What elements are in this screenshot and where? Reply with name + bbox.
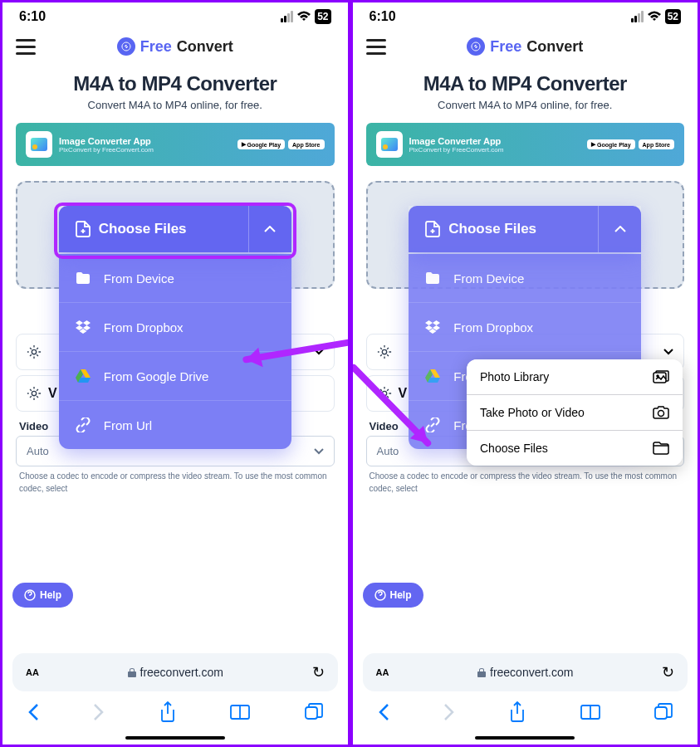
folder-icon — [425, 271, 440, 286]
choose-files-button-group: Choose Files — [59, 206, 291, 252]
settings-label: V — [399, 386, 408, 401]
help-icon — [24, 589, 36, 601]
upload-dropzone[interactable]: Choose Files From Device From Dropbox Fr… — [16, 181, 335, 289]
status-bar: 6:10 52 — [353, 2, 698, 27]
logo-icon — [467, 37, 485, 56]
promo-app-icon — [376, 131, 403, 158]
help-button[interactable]: Help — [12, 583, 73, 608]
from-dropbox-option[interactable]: From Dropbox — [59, 303, 291, 352]
google-play-badge[interactable]: ▶ Google Play — [587, 139, 634, 149]
share-button[interactable] — [159, 701, 176, 723]
page-subtitle: Convert M4A to MP4 online, for free. — [2, 99, 348, 111]
gdrive-icon — [76, 369, 91, 383]
logo-text-convert: Convert — [177, 38, 233, 56]
menu-button[interactable] — [366, 39, 386, 55]
cell-signal-icon — [631, 11, 644, 22]
browser-url-bar[interactable]: AA freeconvert.com ↻ — [363, 653, 688, 691]
app-store-badge[interactable]: App Store — [288, 139, 324, 149]
file-add-icon — [76, 221, 91, 237]
gear-icon — [27, 344, 42, 359]
photo-library-option[interactable]: Photo Library — [467, 359, 683, 395]
promo-banner[interactable]: Image Converter App PixConvert by FreeCo… — [366, 123, 685, 166]
phone-screenshot-right: 6:10 52 FreeConvert M4A to MP4 Converter… — [350, 0, 701, 747]
chevron-down-icon — [314, 448, 324, 455]
text-size-button[interactable]: AA — [26, 667, 39, 677]
status-time: 6:10 — [19, 9, 46, 24]
lock-icon — [477, 667, 486, 677]
forward-button[interactable] — [93, 703, 105, 721]
promo-subtitle: PixConvert by FreeConvert.com — [409, 146, 581, 154]
promo-subtitle: PixConvert by FreeConvert.com — [59, 146, 231, 154]
promo-app-icon — [26, 131, 52, 158]
folder-icon — [653, 442, 669, 455]
back-button[interactable] — [27, 703, 39, 721]
tabs-button[interactable] — [654, 703, 673, 721]
choose-files-button[interactable]: Choose Files — [59, 206, 248, 252]
gear-icon — [27, 386, 42, 401]
reload-button[interactable]: ↻ — [662, 663, 674, 681]
camera-icon — [653, 406, 669, 419]
promo-title: Image Converter App — [59, 136, 231, 146]
share-button[interactable] — [509, 701, 526, 723]
chevron-down-icon — [314, 349, 324, 355]
choose-files-option[interactable]: Choose Files — [467, 431, 683, 466]
from-device-option[interactable]: From Device — [409, 254, 641, 303]
chevron-up-icon — [614, 226, 626, 232]
svg-point-8 — [382, 391, 386, 395]
back-button[interactable] — [378, 703, 389, 721]
page-subtitle: Convert M4A to MP4 online, for free. — [353, 99, 698, 111]
status-icons: 52 — [631, 9, 681, 24]
native-file-picker-menu: Photo Library Take Photo or Video Choose… — [467, 359, 683, 466]
help-button[interactable]: Help — [363, 583, 423, 608]
promo-title: Image Converter App — [409, 136, 581, 146]
url-text: freeconvert.com — [397, 666, 653, 679]
home-indicator — [125, 736, 225, 740]
bookmarks-button[interactable] — [230, 704, 250, 720]
wifi-icon — [296, 11, 311, 22]
chevron-down-icon — [663, 349, 673, 355]
reload-button[interactable]: ↻ — [312, 663, 325, 681]
svg-point-5 — [657, 375, 658, 377]
logo-text-free: Free — [140, 38, 172, 56]
menu-button[interactable] — [16, 39, 36, 55]
svg-rect-3 — [306, 707, 317, 719]
status-icons: 52 — [281, 9, 330, 24]
from-gdrive-option[interactable]: From Google Drive — [59, 352, 291, 401]
from-device-option[interactable]: From Device — [59, 254, 291, 303]
text-size-button[interactable]: AA — [376, 667, 389, 677]
gear-icon — [377, 344, 392, 359]
logo-text-free: Free — [490, 38, 521, 56]
from-url-option[interactable]: From Url — [59, 401, 291, 449]
google-play-badge[interactable]: ▶ Google Play — [237, 139, 285, 149]
tabs-button[interactable] — [305, 703, 323, 721]
phone-screenshot-left: 6:10 52 FreeConvert M4A to MP4 Converter… — [0, 0, 350, 747]
status-bar: 6:10 52 — [2, 2, 348, 27]
app-store-badge[interactable]: App Store — [639, 139, 674, 149]
app-header: FreeConvert — [353, 27, 698, 66]
forward-button[interactable] — [443, 703, 455, 721]
logo[interactable]: FreeConvert — [117, 37, 233, 56]
choose-files-dropdown-toggle[interactable] — [248, 206, 291, 252]
svg-rect-10 — [655, 707, 667, 719]
battery-icon: 52 — [665, 9, 681, 24]
take-photo-option[interactable]: Take Photo or Video — [467, 395, 683, 431]
browser-url-bar[interactable]: AA freeconvert.com ↻ — [12, 653, 338, 691]
codec-help-text: Choose a codec to encode or compress the… — [370, 470, 682, 495]
choose-files-button[interactable]: Choose Files — [409, 206, 598, 252]
link-icon — [76, 417, 91, 432]
svg-point-7 — [382, 349, 386, 354]
lock-icon — [128, 667, 136, 677]
logo-text-convert: Convert — [526, 38, 583, 56]
page-title: M4A to MP4 Converter — [366, 72, 685, 95]
choose-files-dropdown-toggle[interactable] — [598, 206, 641, 252]
promo-banner[interactable]: Image Converter App PixConvert by FreeCo… — [16, 123, 335, 166]
gdrive-icon — [425, 369, 440, 383]
from-dropbox-option[interactable]: From Dropbox — [409, 303, 641, 352]
logo[interactable]: FreeConvert — [467, 37, 583, 56]
photo-library-icon — [653, 370, 669, 383]
svg-point-1 — [32, 391, 36, 395]
upload-dropzone[interactable]: Choose Files From Device From Dropbox Fr… — [366, 181, 685, 289]
home-indicator — [475, 736, 575, 740]
bookmarks-button[interactable] — [580, 704, 600, 720]
svg-point-6 — [658, 411, 664, 417]
